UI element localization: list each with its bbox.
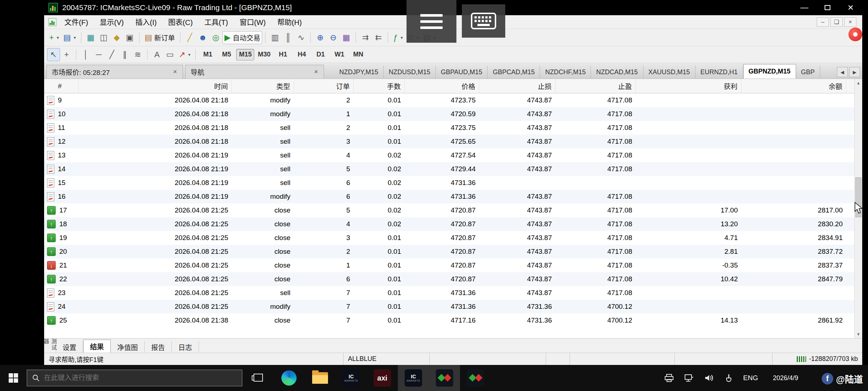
timeframe-h1[interactable]: H1 (274, 49, 292, 60)
timeframe-m5[interactable]: M5 (217, 49, 235, 60)
data-window-icon[interactable]: ◫ (97, 31, 110, 44)
edge-app-icon[interactable] (273, 365, 305, 391)
tile-windows-icon[interactable]: ▦ (340, 31, 353, 44)
chart-tab-gbpcad-m15[interactable]: GBPCAD,M15 (488, 66, 540, 79)
chart-tab-nzdchf-m15[interactable]: NZDCHF,M15 (540, 66, 591, 79)
autotrading-button[interactable]: ▶自动交易 (222, 31, 263, 44)
overlay-hamburger-button[interactable] (407, 0, 456, 43)
taskbar-search[interactable] (27, 370, 242, 386)
navigator-close-icon[interactable]: × (312, 68, 320, 76)
tester-tab-结果[interactable]: 结果 (83, 340, 111, 353)
chart-tab-nzdjpy-m15[interactable]: NZDJPY,M15 (334, 66, 384, 79)
chart-tab-gbpnzd-m15[interactable]: GBPNZD,M15 (743, 64, 796, 79)
chart-tab-gbpaud-m15[interactable]: GBPAUD,M15 (436, 66, 488, 79)
axi-app-icon[interactable]: axi (367, 365, 398, 391)
chart-tab-gbp[interactable]: GBP (796, 66, 820, 79)
tab-scroll-left-icon[interactable]: ◀ (837, 67, 848, 77)
timeframe-mn[interactable]: MN (349, 49, 367, 60)
chart-shift-icon[interactable]: ⇇ (372, 31, 385, 44)
timeframe-d1[interactable]: D1 (311, 49, 329, 60)
fibonacci-icon[interactable]: ≋ (131, 48, 144, 61)
file-explorer-app-icon[interactable] (305, 365, 336, 391)
new-order-button[interactable]: ▤新订单 (142, 31, 177, 44)
market-watch-icon[interactable]: ▦ (84, 31, 97, 44)
table-row[interactable]: 162026.04.08 21:19modify60.024731.364743… (44, 190, 854, 203)
chart-child-icon[interactable] (48, 18, 56, 26)
menu-item[interactable]: 窗口(W) (234, 15, 271, 29)
tab-scroll-right-icon[interactable]: ▶ (849, 67, 860, 77)
indicators-icon[interactable]: ƒ▾ (391, 31, 405, 44)
vertical-line-icon[interactable]: │ (79, 48, 92, 61)
table-row[interactable]: 142026.04.08 21:19sell50.024729.444743.8… (44, 162, 854, 176)
menu-item[interactable]: 图表(C) (162, 15, 199, 29)
mt4-app-icon-2[interactable] (460, 365, 491, 391)
scroll-up-icon[interactable]: ▲ (855, 79, 862, 87)
zoom-out-icon[interactable]: ⊖ (327, 31, 340, 44)
line-chart-icon[interactable]: ∿ (294, 31, 307, 44)
table-row[interactable]: ↑202026.04.08 21:25close20.014720.874743… (44, 245, 854, 258)
timeframe-h4[interactable]: H4 (293, 49, 311, 60)
tester-tab-日志[interactable]: 日志 (172, 341, 199, 353)
tester-tab-设置[interactable]: 设置 (56, 341, 83, 353)
menu-item[interactable]: 显示(V) (94, 15, 130, 29)
terminal-icon[interactable]: ▣ (123, 31, 136, 44)
table-row[interactable]: 122026.04.08 21:18sell30.014725.654743.8… (44, 135, 854, 148)
table-row[interactable]: ↑252026.04.08 21:38close70.014717.164731… (44, 314, 854, 327)
crosshair-icon[interactable]: + (60, 48, 73, 61)
navigator-tab[interactable]: 导航 × (185, 65, 324, 79)
table-row[interactable]: ↓212026.04.08 21:25close10.014720.874743… (44, 258, 854, 272)
chart-tab-nzdusd-m15[interactable]: NZDUSD,M15 (384, 66, 436, 79)
icmarkets-app-icon-2[interactable]: ICMARKETS (398, 365, 429, 391)
icmarkets-app-icon[interactable]: ICMARKETS (336, 365, 367, 391)
bar-chart-icon[interactable]: ▥ (268, 31, 281, 44)
navigator-icon[interactable]: ◆ (110, 31, 123, 44)
tester-tab-报告[interactable]: 报告 (145, 341, 172, 353)
arrows-icon[interactable]: ↗▾ (176, 48, 192, 61)
chart-tab-nzdcad-m15[interactable]: NZDCAD,M15 (591, 66, 643, 79)
search-input[interactable] (44, 374, 237, 382)
market-icon[interactable]: ☻ (196, 31, 209, 44)
trendline-icon[interactable]: ╱ (105, 48, 118, 61)
network-icon[interactable] (684, 374, 694, 382)
table-row[interactable]: 92026.04.08 21:18modify20.014723.754743.… (44, 93, 854, 107)
printer-icon[interactable] (664, 374, 674, 382)
signals-icon[interactable]: ◎ (209, 31, 222, 44)
table-row[interactable]: ↑192026.04.08 21:25close30.014720.874743… (44, 231, 854, 245)
table-row[interactable]: ↑222026.04.08 21:25close60.014720.874743… (44, 272, 854, 286)
table-row[interactable]: 242026.04.08 21:25modify70.014731.364731… (44, 300, 854, 314)
mdi-minimize-button[interactable]: – (817, 17, 829, 27)
tester-tab-净值图[interactable]: 净值图 (111, 341, 145, 353)
menu-item[interactable]: 帮助(H) (272, 15, 308, 29)
scroll-down-icon[interactable]: ▼ (855, 330, 862, 338)
candlestick-chart-icon[interactable]: ║ (281, 31, 294, 44)
table-row[interactable]: 102026.04.08 21:18modify10.014720.594743… (44, 107, 854, 121)
language-indicator[interactable]: ENG (743, 374, 758, 382)
menu-item[interactable]: 文件(F) (59, 15, 94, 29)
new-chart-icon[interactable]: +▾ (47, 31, 61, 44)
mdi-restore-button[interactable]: ❏ (830, 17, 843, 27)
menu-item[interactable]: 工具(T) (199, 15, 234, 29)
close-button[interactable]: × (839, 0, 862, 15)
market-watch-tab[interactable]: 市场报价: 05:28:27 × (46, 65, 183, 79)
task-view-button[interactable] (242, 365, 273, 391)
table-row[interactable]: 112026.04.08 21:18sell20.014723.754743.8… (44, 121, 854, 135)
mt4-app-icon[interactable] (429, 365, 460, 391)
text-icon[interactable]: A (150, 48, 163, 61)
table-row[interactable]: 132026.04.08 21:19sell40.024727.544743.8… (44, 148, 854, 162)
zoom-in-icon[interactable]: ⊕ (314, 31, 327, 44)
table-row[interactable]: 232026.04.08 21:25sell70.014731.364743.8… (44, 286, 854, 300)
chart-tab-xauusd-m15[interactable]: XAUUSD,M15 (643, 66, 695, 79)
timeframe-m1[interactable]: M1 (199, 49, 217, 60)
label-icon[interactable]: ▭ (163, 48, 176, 61)
table-row[interactable]: ↑182026.04.08 21:25close40.024720.874743… (44, 217, 854, 231)
volume-icon[interactable] (704, 374, 714, 382)
auto-scroll-icon[interactable]: ⇉ (359, 31, 372, 44)
profiles-icon[interactable]: ▤▾ (61, 31, 78, 44)
cursor-icon[interactable]: ↖ (47, 48, 60, 61)
minimize-button[interactable]: — (793, 0, 816, 15)
horizontal-line-icon[interactable]: ─ (92, 48, 105, 61)
menu-item[interactable]: 插入(I) (129, 15, 162, 29)
recorder-badge-icon[interactable] (848, 28, 862, 41)
timeframe-w1[interactable]: W1 (330, 49, 348, 60)
market-watch-close-icon[interactable]: × (171, 68, 179, 76)
